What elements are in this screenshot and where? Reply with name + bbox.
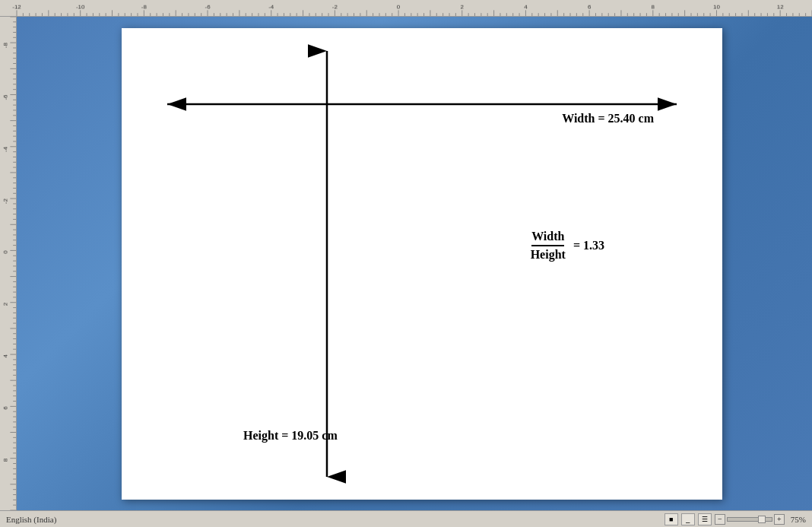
layout-icon-1[interactable]: ■ <box>665 513 678 525</box>
zoom-thumb[interactable] <box>758 516 766 523</box>
fraction-result: = 1.33 <box>573 239 604 252</box>
zoom-plus-button[interactable]: + <box>774 514 785 525</box>
height-label: Height = 19.05 cm <box>243 429 338 443</box>
zoom-area: − + <box>715 514 785 525</box>
fraction: Width Height <box>531 230 566 262</box>
fraction-container: Width Height = 1.33 <box>531 230 604 262</box>
content-area: Width = 25.40 cm Width Height = 1.33 Hei… <box>17 17 812 510</box>
fraction-numerator: Width <box>531 230 564 246</box>
zoom-minus-button[interactable]: − <box>715 514 725 525</box>
ruler-left-canvas <box>0 17 16 510</box>
status-bar: English (India) ■ ⎯ ☰ − + 75% <box>0 510 812 527</box>
document-page: Width = 25.40 cm Width Height = 1.33 Hei… <box>122 28 722 500</box>
layout-icon-2[interactable]: ⎯ <box>681 513 695 525</box>
arrows-svg <box>122 28 722 500</box>
status-icons: ■ ⎯ ☰ − + 75% <box>665 513 806 525</box>
zoom-level: 75% <box>791 515 806 524</box>
layout-icon-3[interactable]: ☰ <box>698 513 712 525</box>
language-indicator: English (India) <box>6 515 56 524</box>
fraction-denominator: Height <box>531 246 566 262</box>
width-label: Width = 25.40 cm <box>562 112 654 125</box>
ruler-left <box>0 17 17 510</box>
zoom-track[interactable] <box>727 517 772 522</box>
ruler-top-canvas <box>0 0 812 16</box>
ruler-top <box>0 0 812 17</box>
